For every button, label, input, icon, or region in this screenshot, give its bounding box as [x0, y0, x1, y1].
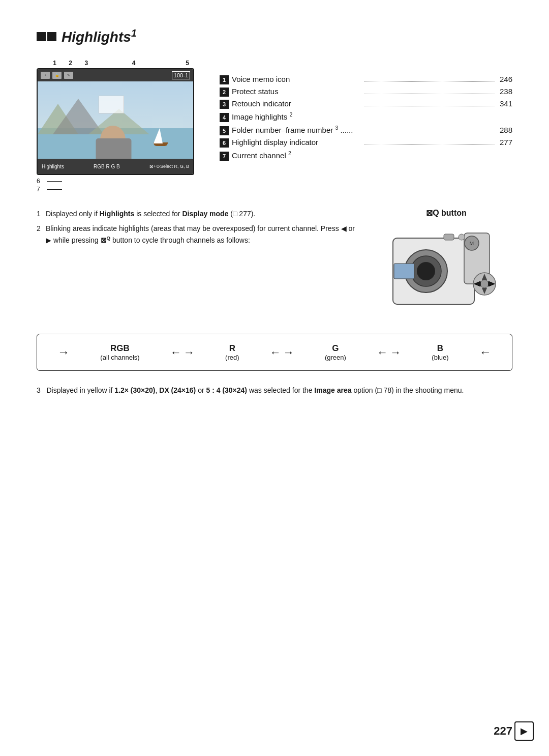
- item-num-6: 6: [220, 138, 229, 148]
- diag-num-3: 3: [78, 60, 94, 67]
- item-page-6: 277: [497, 138, 512, 147]
- channel-r-sub: (red): [225, 354, 239, 361]
- svg-text:M: M: [470, 241, 474, 246]
- item-3: 3 Retouch indicator 341: [220, 99, 512, 109]
- flow-arrow-in: →: [57, 345, 70, 359]
- item-label-1: Voice memo icon: [232, 75, 362, 83]
- playback-button-icon: ▶: [514, 721, 534, 741]
- camera-body-svg: M: [388, 223, 505, 319]
- note-2-text: Blinking areas indicate highlights (area…: [46, 223, 360, 246]
- item-page-1: 246: [497, 75, 512, 83]
- highlight-patch: [99, 96, 124, 113]
- voice-memo-icon: ♪: [41, 72, 50, 79]
- note-2-row: 2 Blinking areas indicate highlights (ar…: [37, 223, 360, 246]
- arrow-3: ← →: [377, 346, 401, 359]
- lcd-icons: ♪ 🔒 ✎: [41, 72, 73, 79]
- note-1-block: 1 Displayed only if Highlights is select…: [37, 208, 360, 246]
- item-6: 6 Highlight display indicator 277: [220, 138, 512, 148]
- lcd-bottom-bar: Highlights RGB R G B ⊠+⊙Select R, G, B: [38, 159, 193, 174]
- arrow-right-2: →: [283, 346, 294, 359]
- arrow-right-1: →: [184, 346, 195, 359]
- diag-num-5: 5: [173, 60, 194, 67]
- camera-display: 1 2 3 4 5 ♪ 🔒 ✎ 100-1: [37, 60, 199, 194]
- select-label: ⊠+⊙Select R, G, B: [149, 164, 189, 169]
- svg-point-7: [417, 262, 435, 280]
- diag-num-4: 4: [126, 60, 142, 67]
- sail: [154, 128, 163, 143]
- svg-rect-8: [444, 234, 454, 240]
- retouch-icon: ✎: [64, 72, 73, 79]
- item-1: 1 Voice memo icon 246: [220, 75, 512, 84]
- channel-rgb-name: RGB: [110, 343, 130, 354]
- lcd-counter: 100-1: [172, 71, 190, 79]
- item-dots-1: [364, 81, 495, 82]
- highlights-label: Highlights: [42, 164, 64, 169]
- channel-r: R (red): [225, 343, 239, 361]
- item-5: 5 Folder number–frame number 3 ...... 28…: [220, 125, 512, 135]
- footnote-3: 3 Displayed in yellow if 1.2× (30×20), D…: [37, 385, 512, 396]
- item-page-5: 288: [497, 126, 512, 134]
- item-dots-3: [364, 106, 495, 106]
- callout-7: 7: [37, 186, 199, 193]
- person-body: [96, 138, 132, 159]
- page-title-section: Highlights1: [37, 27, 512, 45]
- title-square-2: [47, 32, 56, 41]
- note-1-text: Displayed only if Highlights is selected…: [46, 208, 255, 219]
- arrow-left-1: ←: [170, 346, 181, 359]
- channel-b-sub: (blue): [432, 354, 448, 361]
- lcd-frame: ♪ 🔒 ✎ 100-1: [37, 68, 194, 175]
- footnote-3-num: 3: [37, 386, 45, 394]
- channel-g: G (green): [325, 343, 346, 361]
- sailboat: [154, 128, 168, 146]
- item-dots-6: [364, 144, 495, 145]
- item-page-3: 341: [497, 99, 512, 108]
- item-label-3: Retouch indicator: [232, 99, 362, 108]
- item-label-4: Image highlights 2: [232, 111, 512, 121]
- playback-triangle-icon: ▶: [521, 725, 528, 737]
- protect-icon: 🔒: [52, 72, 62, 79]
- items-list: 1 Voice memo icon 246 2 Protect status 2…: [220, 60, 512, 194]
- item-4: 4 Image highlights 2: [220, 111, 512, 122]
- item-num-4: 4: [220, 113, 229, 122]
- item-7: 7 Current channel 2: [220, 150, 512, 161]
- arrow-2: ← →: [270, 346, 294, 359]
- arrow-1: ← →: [170, 346, 195, 359]
- diag-num-1: 1: [47, 60, 63, 67]
- svg-point-14: [480, 280, 489, 288]
- rgb-label: RGB R G B: [94, 164, 120, 169]
- title-decoration: [37, 32, 56, 41]
- page: Highlights1 1 2 3 4 5 ♪ 🔒: [0, 0, 549, 756]
- item-label-2: Protect status: [232, 87, 362, 96]
- item-page-2: 238: [497, 87, 512, 96]
- callout-lines: 6 7: [37, 178, 199, 193]
- button-illustration: ⊠Q button M: [380, 208, 512, 319]
- diag-num-2: 2: [63, 60, 78, 67]
- arrow-left-2: ←: [270, 346, 281, 359]
- top-section: 1 2 3 4 5 ♪ 🔒 ✎ 100-1: [37, 60, 512, 194]
- item-num-7: 7: [220, 152, 229, 161]
- title-square-1: [37, 32, 46, 41]
- arrow-right-3: →: [390, 346, 401, 359]
- note-1-row: 1 Displayed only if Highlights is select…: [37, 208, 360, 219]
- button-label: ⊠Q button: [426, 208, 467, 218]
- svg-rect-10: [394, 264, 414, 279]
- diagram-numbers-top: 1 2 3 4 5: [37, 60, 194, 67]
- item-label-7: Current channel 2: [232, 150, 512, 160]
- item-dots-2: [364, 94, 495, 94]
- footnote-3-text: Displayed in yellow if 1.2× (30×20), DX …: [46, 386, 464, 394]
- note-2-num: 2: [37, 223, 46, 234]
- lcd-top-bar: ♪ 🔒 ✎ 100-1: [38, 69, 193, 81]
- svg-point-9: [459, 234, 465, 240]
- flow-arrow-out: ←: [479, 345, 492, 359]
- channel-b: B (blue): [432, 343, 448, 361]
- item-num-2: 2: [220, 88, 229, 97]
- callout-6: 6: [37, 178, 199, 185]
- button-section: 1 Displayed only if Highlights is select…: [37, 208, 512, 319]
- channel-g-name: G: [332, 343, 339, 354]
- channel-rgb-sub: (all channels): [100, 354, 139, 361]
- item-label-5: Folder number–frame number 3 ......: [232, 125, 497, 134]
- page-number: 227: [494, 724, 512, 738]
- page-title: Highlights1: [62, 27, 137, 45]
- item-label-6: Highlight display indicator: [232, 138, 362, 147]
- channel-g-sub: (green): [325, 354, 346, 361]
